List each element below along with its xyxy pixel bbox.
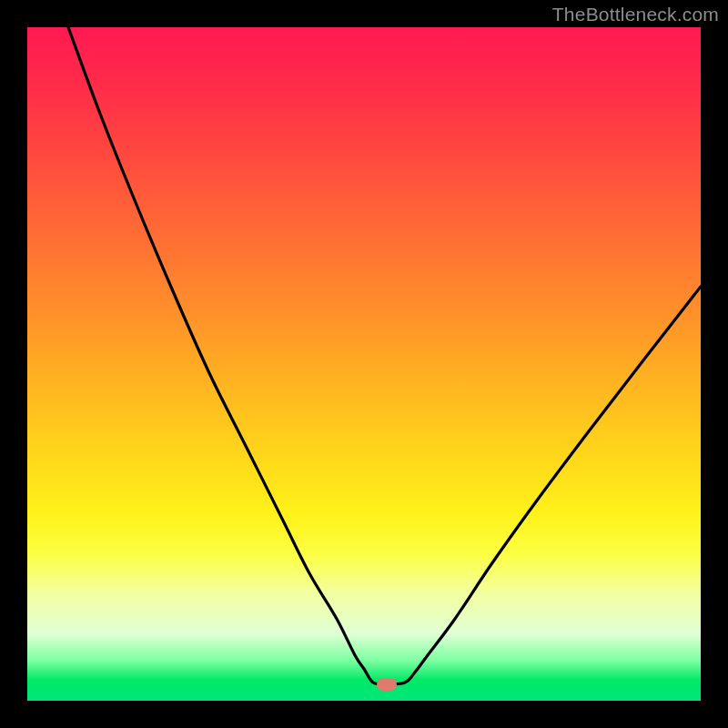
minimum-marker (377, 678, 397, 691)
bottleneck-curve (27, 27, 701, 701)
attribution-text: TheBottleneck.com (552, 4, 719, 25)
chart-canvas: TheBottleneck.com (0, 0, 728, 728)
curve-path (68, 27, 701, 684)
plot-area (27, 27, 701, 701)
